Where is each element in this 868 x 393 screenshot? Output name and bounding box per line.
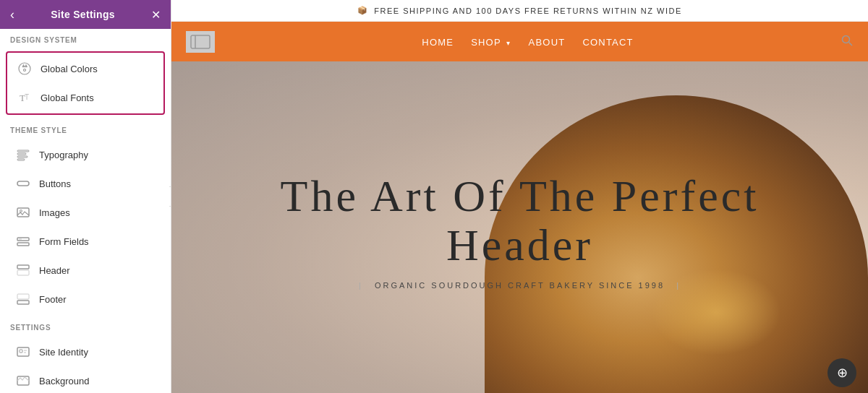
- collapse-handle[interactable]: ‹: [169, 186, 171, 207]
- form-fields-label: Form Fields: [39, 236, 89, 247]
- typography-label: Typography: [39, 150, 88, 160]
- nav-item-home[interactable]: HOME: [422, 35, 454, 48]
- svg-rect-23: [17, 376, 29, 385]
- svg-point-2: [24, 69, 26, 72]
- colors-icon: [16, 60, 33, 77]
- svg-rect-19: [17, 347, 29, 356]
- hero-subtitle: | ORGANIC SOURDOUGH CRAFT BAKERY SINCE 1…: [206, 281, 833, 290]
- sidebar-item-footer[interactable]: Footer: [6, 285, 165, 314]
- hero-section: The Art Of The Perfect Header | ORGANIC …: [171, 61, 868, 393]
- sidebar-header: ‹ Site Settings ✕: [0, 0, 171, 29]
- background-icon: [14, 372, 32, 389]
- sidebar-item-background[interactable]: Background: [6, 366, 165, 393]
- svg-line-32: [849, 42, 853, 46]
- hero-text-block: The Art Of The Perfect Header | ORGANIC …: [206, 170, 833, 289]
- nav-item-contact[interactable]: CONTACT: [582, 35, 633, 48]
- svg-rect-29: [191, 35, 210, 48]
- search-icon[interactable]: [841, 34, 854, 50]
- theme-style-label: THEME STYLE: [0, 119, 171, 137]
- site-identity-label: Site Identity: [39, 347, 88, 358]
- announcement-text: FREE SHIPPING AND 100 DAYS FREE RETURNS …: [374, 7, 682, 15]
- images-label: Images: [39, 207, 70, 218]
- svg-rect-13: [17, 243, 29, 246]
- header-label: Header: [39, 265, 70, 276]
- nav-logo: [186, 31, 215, 53]
- sidebar-item-header[interactable]: Header: [6, 256, 165, 285]
- fab-button[interactable]: ⊕: [827, 358, 856, 387]
- buttons-label: Buttons: [39, 178, 71, 189]
- fonts-icon: T T: [16, 89, 33, 106]
- svg-point-11: [20, 210, 22, 212]
- sidebar-title: Site Settings: [51, 9, 115, 20]
- announcement-bar: 📦 FREE SHIPPING AND 100 DAYS FREE RETURN…: [171, 0, 868, 22]
- nav-link-about: ABOUT: [529, 37, 566, 48]
- sidebar-item-form-fields[interactable]: Form Fields: [6, 227, 165, 256]
- svg-rect-5: [17, 150, 29, 152]
- nav-item-about[interactable]: ABOUT: [529, 35, 566, 48]
- global-colors-label: Global Colors: [41, 64, 98, 74]
- svg-rect-10: [17, 208, 29, 217]
- svg-rect-20: [20, 350, 22, 353]
- shipping-icon: 📦: [357, 6, 368, 15]
- footer-label: Footer: [39, 294, 67, 305]
- global-fonts-label: Global Fonts: [41, 92, 94, 103]
- svg-rect-9: [17, 181, 29, 186]
- settings-label: SETTINGS: [0, 316, 171, 334]
- close-button[interactable]: ✕: [151, 8, 161, 22]
- nav-link-shop: SHOP ▾: [471, 37, 511, 48]
- sidebar: ‹ Site Settings ✕ DESIGN SYSTEM Global C…: [0, 0, 171, 393]
- sidebar-item-buttons[interactable]: Buttons: [6, 169, 165, 198]
- sidebar-item-global-fonts[interactable]: T T Global Fonts: [7, 83, 163, 112]
- main-content: 📦 FREE SHIPPING AND 100 DAYS FREE RETURN…: [171, 0, 868, 393]
- design-system-label: DESIGN SYSTEM: [0, 29, 171, 47]
- settings-list: Site Identity Background Layout: [0, 334, 171, 393]
- svg-rect-18: [17, 301, 29, 304]
- hero-title: The Art Of The Perfect Header: [206, 170, 833, 269]
- svg-rect-7: [17, 156, 27, 157]
- shop-dropdown-arrow: ▾: [506, 39, 511, 47]
- fab-icon: ⊕: [837, 365, 848, 381]
- svg-point-31: [843, 35, 850, 43]
- svg-rect-15: [17, 265, 29, 269]
- svg-rect-6: [17, 153, 26, 155]
- site-identity-icon: [14, 343, 32, 360]
- nav-link-home: HOME: [422, 37, 454, 48]
- back-button[interactable]: ‹: [10, 7, 14, 22]
- images-icon: [14, 204, 32, 221]
- sidebar-item-typography[interactable]: Typography: [6, 140, 165, 169]
- svg-rect-16: [17, 270, 29, 275]
- footer-icon: [14, 290, 32, 308]
- nav-item-shop[interactable]: SHOP ▾: [471, 35, 511, 48]
- theme-style-list: Typography Buttons Images: [0, 137, 171, 316]
- svg-text:T: T: [25, 93, 29, 101]
- design-system-group: Global Colors T T Global Fonts: [6, 51, 165, 115]
- buttons-icon: [14, 175, 32, 192]
- nav-links: HOME SHOP ▾ ABOUT CONTACT: [422, 35, 633, 48]
- form-fields-icon: [14, 233, 32, 250]
- sidebar-item-images[interactable]: Images: [6, 198, 165, 227]
- svg-rect-17: [17, 294, 29, 299]
- background-label: Background: [39, 376, 89, 386]
- header-icon: [14, 262, 32, 279]
- typography-icon: [14, 146, 32, 163]
- nav-bar: HOME SHOP ▾ ABOUT CONTACT: [171, 22, 868, 61]
- sidebar-item-site-identity[interactable]: Site Identity: [6, 337, 165, 366]
- sidebar-item-global-colors[interactable]: Global Colors: [7, 54, 163, 83]
- svg-rect-8: [17, 159, 25, 160]
- nav-link-contact: CONTACT: [582, 37, 633, 48]
